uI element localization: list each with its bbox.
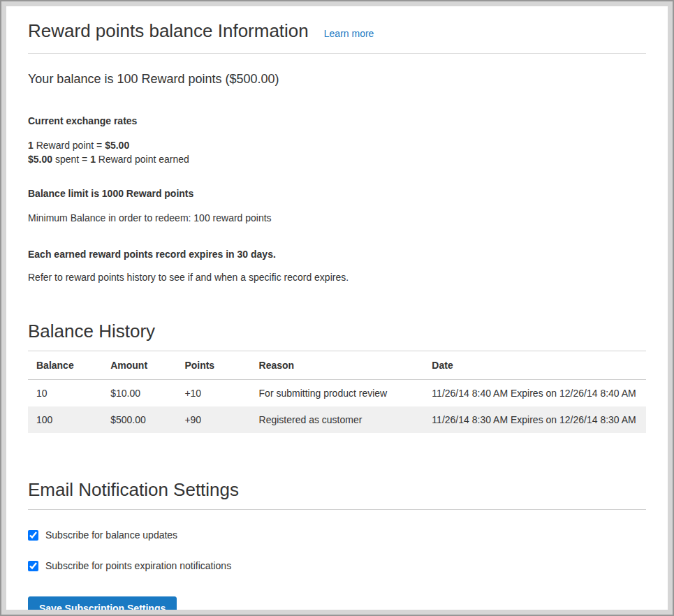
cell-reason: For submitting product review (251, 380, 424, 407)
minimum-balance-note: Minimum Balance in order to redeem: 100 … (28, 212, 646, 225)
cell-amount: $500.00 (102, 406, 176, 433)
balance-history-heading: Balance History (28, 321, 646, 351)
balance-updates-checkbox[interactable] (28, 530, 38, 541)
email-settings-heading: Email Notification Settings (28, 479, 646, 510)
balance-updates-option: Subscribe for balance updates (28, 529, 646, 541)
column-header-reason: Reason (251, 351, 424, 380)
expiration-notifications-label[interactable]: Subscribe for points expiration notifica… (45, 560, 231, 571)
page-header: Reward points balance Information Learn … (28, 20, 646, 54)
column-header-date: Date (423, 351, 646, 380)
expiration-notifications-option: Subscribe for points expiration notifica… (28, 560, 646, 571)
expiry-heading: Each earned reward points record expires… (28, 248, 646, 261)
table-row: 10 $10.00 +10 For submitting product rev… (28, 380, 646, 407)
exchange-rates-heading: Current exchange rates (28, 115, 646, 128)
reward-points-card: Reward points balance Information Learn … (6, 6, 668, 610)
balance-limit: Balance limit is 1000 Reward points (28, 187, 646, 200)
balance-info-section: Your balance is 100 Reward points ($500.… (28, 72, 646, 284)
exchange-rate-line-1: 1 Reward point = $5.00 (28, 140, 129, 151)
table-row: 100 $500.00 +90 Registered as customer 1… (28, 406, 646, 433)
column-header-balance: Balance (28, 351, 102, 380)
balance-updates-label[interactable]: Subscribe for balance updates (45, 529, 177, 541)
page-title: Reward points balance Information (28, 20, 309, 42)
balance-summary: Your balance is 100 Reward points ($500.… (28, 72, 646, 87)
cell-reason: Registered as customer (251, 406, 424, 433)
column-header-amount: Amount (102, 351, 176, 380)
balance-history-table: Balance Amount Points Reason Date 10 $10… (28, 351, 646, 433)
expiration-notifications-checkbox[interactable] (28, 561, 38, 571)
column-header-points: Points (176, 351, 250, 380)
cell-amount: $10.00 (102, 380, 176, 407)
exchange-rate-lines: 1 Reward point = $5.00 $5.00 spent = 1 R… (28, 139, 646, 166)
exchange-rate-line-2: $5.00 spent = 1 Reward point earned (28, 154, 189, 165)
cell-points: +10 (176, 380, 250, 407)
cell-points: +90 (176, 406, 250, 433)
learn-more-link[interactable]: Learn more (324, 28, 374, 39)
cell-balance: 100 (28, 406, 102, 433)
save-subscription-settings-button[interactable]: Save Subscription Settings (28, 596, 177, 610)
cell-date: 11/26/14 8:40 AM Expires on 12/26/14 8:4… (423, 380, 646, 407)
expiry-note: Refer to reward points history to see if… (28, 271, 646, 284)
table-header-row: Balance Amount Points Reason Date (28, 351, 646, 380)
cell-date: 11/26/14 8:30 AM Expires on 12/26/14 8:3… (423, 406, 646, 433)
cell-balance: 10 (28, 380, 102, 407)
page-background: Reward points balance Information Learn … (0, 0, 674, 616)
